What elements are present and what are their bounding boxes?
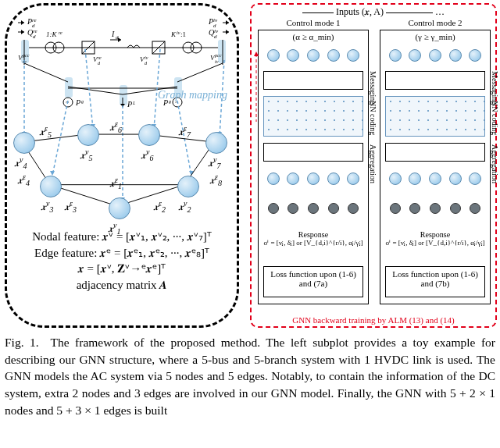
loss-block: Loss function upon (1-6) and (7a) — [263, 266, 363, 297]
edge-feature-line: Edge feature: 𝒙ᵉ = [𝒙ᵉ₁, 𝒙ᵉ₂, ···, 𝒙ᵉ₈]ᵀ — [7, 245, 237, 261]
edge-label: 𝒙ε6 — [110, 119, 122, 134]
hidden-nodes-row — [263, 168, 363, 190]
control-mode-2-column: Control mode 2 (γ ≥ γ_min) Response σᴵ =… — [380, 30, 491, 304]
node-label: 𝒙v2 — [179, 199, 191, 214]
input-nodes-row — [263, 44, 363, 66]
loss-block: Loss function upon (1-6) and (7b) — [385, 266, 485, 297]
edge-label: 𝒙ε4 — [18, 172, 30, 187]
edge-label: 𝒙ε2 — [154, 199, 166, 214]
figure-wrapper: ~ ~ Pred Qred Pivd Qivd 1:Kre Kiv:1 Id V… — [5, 3, 495, 331]
graph-node-4 — [13, 132, 35, 154]
svg-text:re: re — [23, 59, 27, 64]
svg-text:d: d — [33, 34, 36, 40]
response-title: Response — [385, 230, 485, 239]
svg-text:pcc: pcc — [214, 53, 222, 58]
svg-text:re: re — [59, 30, 62, 35]
svg-text:d: d — [116, 34, 119, 41]
node-label: 𝒙v4 — [15, 155, 27, 170]
messaging-block — [385, 71, 485, 90]
edge-label: 𝒙ε7 — [179, 124, 191, 139]
response-eq: σᴵ = [vⱼ, δⱼ] or [V_{d,i}^{r/i}, αⱼ/γⱼ] — [263, 239, 363, 247]
nn-coding-block — [263, 96, 363, 137]
feature-equations: Nodal feature: 𝒙ᵛ = [𝒙ᵛ₁, 𝒙ᵛ₂, ···, 𝒙ᵛ₇]… — [7, 229, 237, 293]
aggregation-label: Aggregation — [369, 144, 377, 183]
messaging-label: Messaging — [369, 71, 377, 105]
svg-text:d: d — [145, 61, 148, 66]
combined-feature-line: 𝒙 = [𝒙ᵛ, 𝐙ᵛ→ᵉ𝒙ᵉ]ᵀ — [7, 261, 237, 277]
graph-node-1 — [109, 197, 130, 219]
svg-text:1:K: 1:K — [46, 30, 57, 38]
svg-text:pcc: pcc — [22, 53, 30, 58]
node-label: 𝒙v3 — [41, 199, 53, 214]
aggregation-label: Aggregation — [491, 144, 499, 183]
aggregation-block — [385, 143, 485, 162]
col2-title: Control mode 2 — [380, 18, 490, 27]
edge-label: 𝒙ε8 — [210, 172, 222, 187]
node-label: 𝒙v5 — [80, 148, 92, 162]
caption-text: The framework of the proposed method. Th… — [5, 336, 495, 417]
col2-condition: (γ ≥ γ_min) — [380, 32, 490, 41]
nn-coding-label: NN coding — [369, 101, 377, 135]
input-nodes-row — [385, 44, 485, 66]
messaging-block — [263, 71, 363, 90]
graph-node-2 — [177, 176, 199, 197]
svg-text:d: d — [214, 34, 217, 40]
svg-line-17 — [24, 63, 68, 82]
graph-mapping-label: Graph mapping — [158, 90, 227, 101]
response-eq: σᴵ = [vⱼ, δⱼ] or [V_{d,i}^{r/i}, αⱼ/γⱼ] — [385, 239, 485, 247]
svg-text:re: re — [98, 55, 102, 60]
graph-node-5 — [77, 124, 99, 146]
figure-number: Fig. 1. — [5, 336, 39, 349]
graph-node-7 — [205, 132, 227, 154]
svg-text:K: K — [170, 30, 177, 38]
edge-label: 𝒙ε5 — [40, 124, 52, 139]
gnn-backward-label: GNN backward training by ALM (13) and (1… — [252, 315, 495, 325]
hidden-nodes-row — [385, 168, 485, 190]
col1-title: Control mode 1 — [259, 18, 368, 27]
svg-text:I: I — [111, 30, 115, 38]
output-nodes-row — [263, 197, 363, 219]
nn-coding-block — [385, 96, 485, 137]
edge-label: 𝒙ε1 — [110, 176, 122, 190]
svg-text:iv: iv — [145, 55, 148, 60]
svg-text:iv: iv — [215, 59, 219, 64]
response-block: Response σᴵ = [vⱼ, δⱼ] or [V_{d,i}^{r/i}… — [263, 229, 363, 263]
control-mode-1-column: Control mode 1 (α ≥ α_min) Response σᴵ =… — [258, 30, 369, 304]
col1-condition: (α ≥ α_min) — [259, 32, 368, 41]
node-label: 𝒙v7 — [209, 155, 220, 170]
left-subplot-panel: ~ ~ Pred Qred Pivd Qivd 1:Kre Kiv:1 Id V… — [5, 3, 239, 328]
adjacency-line: adjacency matrix 𝑨 — [7, 277, 237, 293]
output-nodes-row — [385, 197, 485, 219]
svg-text::1: :1 — [180, 30, 186, 38]
figure-caption: Fig. 1. The framework of the proposed me… — [5, 334, 495, 418]
edge-label: 𝒙ε3 — [65, 199, 77, 214]
nodal-feature-line: Nodal feature: 𝒙ᵛ = [𝒙ᵛ₁, 𝒙ᵛ₂, ···, 𝒙ᵛ₇]… — [7, 229, 237, 245]
node-label: 𝒙v6 — [141, 148, 153, 162]
svg-text:d: d — [98, 61, 101, 66]
gnn-graph: 𝒙v4 𝒙v5 𝒙v6 𝒙v7 𝒙v3 𝒙v1 𝒙v2 𝒙ε5 𝒙ε6 𝒙ε7 … — [13, 101, 230, 227]
aggregation-block — [263, 143, 363, 162]
graph-node-6 — [138, 124, 160, 146]
response-block: Response σᴵ = [vⱼ, δⱼ] or [V_{d,i}^{r/i}… — [385, 229, 485, 263]
response-title: Response — [263, 230, 363, 239]
graph-node-3 — [40, 176, 62, 197]
messaging-label: Messaging — [491, 71, 499, 105]
svg-text:iv: iv — [177, 30, 180, 35]
inputs-label: Inputs (𝒙, A) … — [252, 6, 495, 18]
svg-rect-2 — [218, 40, 226, 63]
right-subplot-panel: Inputs (𝒙, A) … Control mode 1 (α ≥ α_mi… — [250, 3, 497, 328]
svg-line-20 — [177, 63, 223, 82]
inputs-ellipsis: … — [435, 6, 445, 17]
nn-coding-label: NN coding — [491, 101, 499, 135]
inputs-text: Inputs (𝒙, A) — [336, 6, 384, 17]
